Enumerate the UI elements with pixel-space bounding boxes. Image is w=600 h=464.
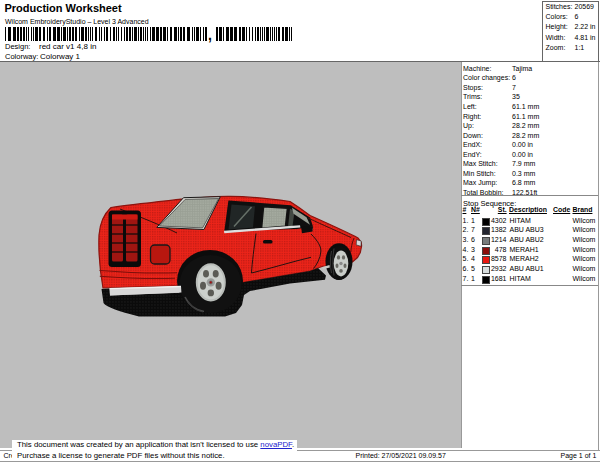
svg-text:,: , (208, 27, 212, 43)
